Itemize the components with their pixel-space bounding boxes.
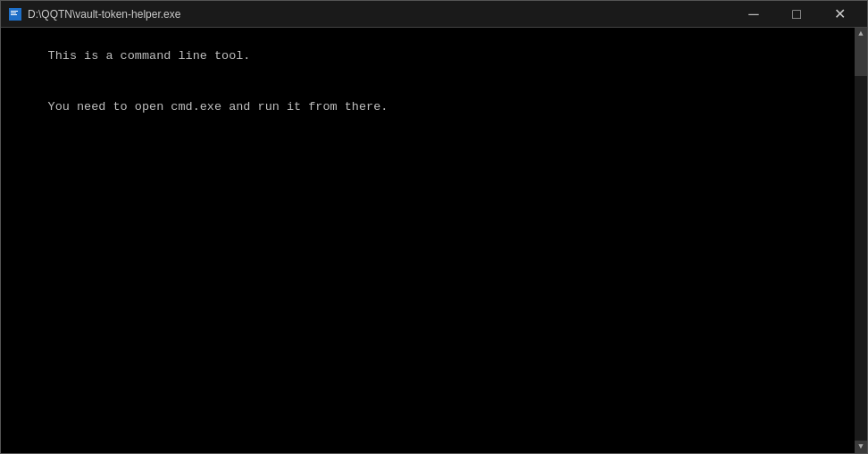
minimize-button[interactable]: ─ <box>733 1 774 28</box>
window: D:\QQTN\vault-token-helper.exe ─ □ ✕ Thi… <box>0 0 868 454</box>
scrollbar-track <box>855 40 867 441</box>
title-bar: D:\QQTN\vault-token-helper.exe ─ □ ✕ <box>1 1 867 28</box>
close-button[interactable]: ✕ <box>819 1 860 28</box>
console-area: This is a command line tool. You need to… <box>1 28 867 453</box>
terminal-icon <box>8 7 22 21</box>
title-bar-controls: ─ □ ✕ <box>733 1 860 28</box>
console-output: This is a command line tool. You need to… <box>1 28 867 136</box>
title-bar-left: D:\QQTN\vault-token-helper.exe <box>8 7 180 21</box>
window-title: D:\QQTN\vault-token-helper.exe <box>28 8 180 21</box>
scroll-down-arrow[interactable]: ▼ <box>855 441 867 453</box>
maximize-button[interactable]: □ <box>776 1 817 28</box>
svg-rect-2 <box>11 13 16 13</box>
svg-rect-3 <box>11 14 17 15</box>
scroll-up-arrow[interactable]: ▲ <box>855 28 867 40</box>
console-line-1: This is a command line tool. <box>48 49 251 63</box>
scrollbar-thumb[interactable] <box>855 40 867 76</box>
scrollbar-right: ▲ ▼ <box>855 28 867 453</box>
svg-rect-1 <box>11 11 18 12</box>
console-line-2: You need to open cmd.exe and run it from… <box>48 100 388 114</box>
